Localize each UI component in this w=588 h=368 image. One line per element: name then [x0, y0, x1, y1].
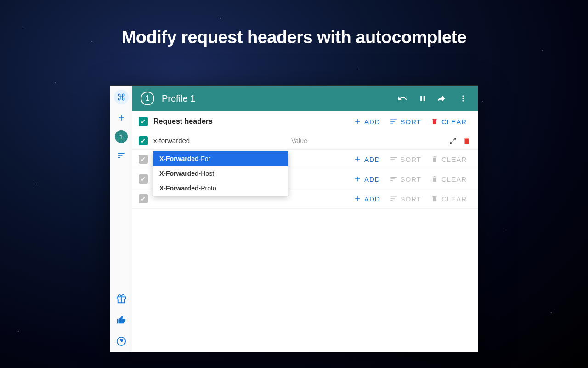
command-icon[interactable]: [114, 90, 129, 104]
add-profile-button[interactable]: [113, 109, 130, 126]
ac-prefix: X-Forwarded: [159, 170, 199, 177]
thumbs-up-button[interactable]: [113, 311, 130, 329]
header-value-cell[interactable]: Value: [291, 137, 448, 144]
sort-icon: [390, 117, 398, 126]
plus-icon: [353, 195, 362, 203]
section-title: Request headers: [153, 117, 349, 126]
sort-profiles-button[interactable]: [113, 147, 130, 164]
profile-badge: 1: [141, 92, 154, 105]
pause-button[interactable]: [416, 92, 429, 105]
row-checkbox[interactable]: [139, 194, 148, 203]
header-input-row: Value X-Forwarded-For X-For: [132, 132, 478, 150]
autocomplete-item-1[interactable]: X-Forwarded-Host: [153, 166, 288, 181]
sort-label: SORT: [401, 195, 421, 203]
expand-icon[interactable]: [448, 136, 458, 145]
row-sort-button[interactable]: SORT: [385, 193, 426, 205]
profile-number-label: 1: [119, 133, 123, 141]
row-clear-button[interactable]: CLEAR: [426, 193, 471, 205]
ac-suffix: -Proto: [199, 184, 216, 192]
section-sort-button[interactable]: SORT: [385, 115, 426, 127]
sort-label: SORT: [401, 118, 421, 126]
clear-label: CLEAR: [441, 155, 467, 163]
titlebar: 1 Profile 1: [132, 86, 478, 111]
trash-icon: [430, 155, 439, 163]
sidebar-profile-1[interactable]: 1: [115, 130, 128, 143]
header-name-cell: [153, 137, 291, 145]
content-area: Request headers ADD SORT CLEAR: [132, 111, 478, 352]
section-clear-button[interactable]: CLEAR: [426, 115, 471, 127]
add-label: ADD: [364, 175, 380, 183]
row-add-button[interactable]: ADD: [349, 153, 385, 165]
clear-label: CLEAR: [441, 118, 467, 126]
clear-label: CLEAR: [441, 195, 467, 203]
trash-icon: [430, 117, 439, 126]
clear-label: CLEAR: [441, 175, 467, 183]
ac-prefix: X-Forwarded: [159, 184, 199, 192]
ac-suffix: -Host: [199, 170, 214, 177]
gift-button[interactable]: [113, 290, 130, 308]
section-checkbox[interactable]: [139, 117, 148, 126]
profile-name: Profile 1: [162, 93, 389, 104]
row-actions: [448, 136, 471, 145]
profile-badge-number: 1: [146, 94, 150, 103]
request-headers-section: Request headers ADD SORT CLEAR: [132, 111, 478, 132]
add-label: ADD: [364, 118, 380, 126]
add-label: ADD: [364, 195, 380, 203]
app-window: 1 1 Profile 1: [110, 85, 478, 352]
sort-icon: [390, 155, 398, 163]
value-placeholder: Value: [291, 137, 307, 144]
delete-row-button[interactable]: [462, 136, 471, 145]
trash-icon: [430, 195, 439, 203]
page-heading: Modify request headers with autocomplete: [0, 28, 588, 47]
share-button[interactable]: [436, 92, 449, 105]
autocomplete-item-0[interactable]: X-Forwarded-For: [153, 151, 288, 166]
section-add-button[interactable]: ADD: [349, 115, 385, 127]
row-clear-button[interactable]: CLEAR: [426, 153, 471, 165]
row-add-button[interactable]: ADD: [349, 193, 385, 205]
plus-icon: [353, 175, 362, 183]
add-label: ADD: [364, 155, 380, 163]
ac-prefix: X-Forwarded: [159, 155, 199, 162]
sort-label: SORT: [401, 175, 421, 183]
plus-icon: [353, 117, 362, 126]
row-clear-button[interactable]: CLEAR: [426, 173, 471, 185]
autocomplete-item-2[interactable]: X-Forwarded-Proto: [153, 181, 288, 196]
main-panel: 1 Profile 1 Request headers: [132, 86, 478, 352]
header-name-input[interactable]: [153, 137, 291, 144]
sort-icon: [390, 175, 398, 183]
sort-icon: [390, 195, 398, 203]
more-button[interactable]: [457, 92, 469, 105]
trash-icon: [430, 175, 439, 183]
sidebar: 1: [110, 86, 132, 352]
undo-button[interactable]: [396, 92, 409, 105]
help-button[interactable]: [113, 333, 130, 350]
ac-suffix: -For: [199, 155, 211, 162]
row-add-button[interactable]: ADD: [349, 173, 385, 185]
row-sort-button[interactable]: SORT: [385, 173, 426, 185]
row-checkbox[interactable]: [139, 136, 148, 145]
row-checkbox[interactable]: [139, 174, 148, 184]
plus-icon: [353, 155, 362, 163]
row-sort-button[interactable]: SORT: [385, 153, 426, 165]
autocomplete-dropdown: X-Forwarded-For X-Forwarded-Host X-Forwa…: [153, 151, 288, 196]
sort-label: SORT: [401, 155, 421, 163]
row-checkbox[interactable]: [139, 155, 148, 164]
